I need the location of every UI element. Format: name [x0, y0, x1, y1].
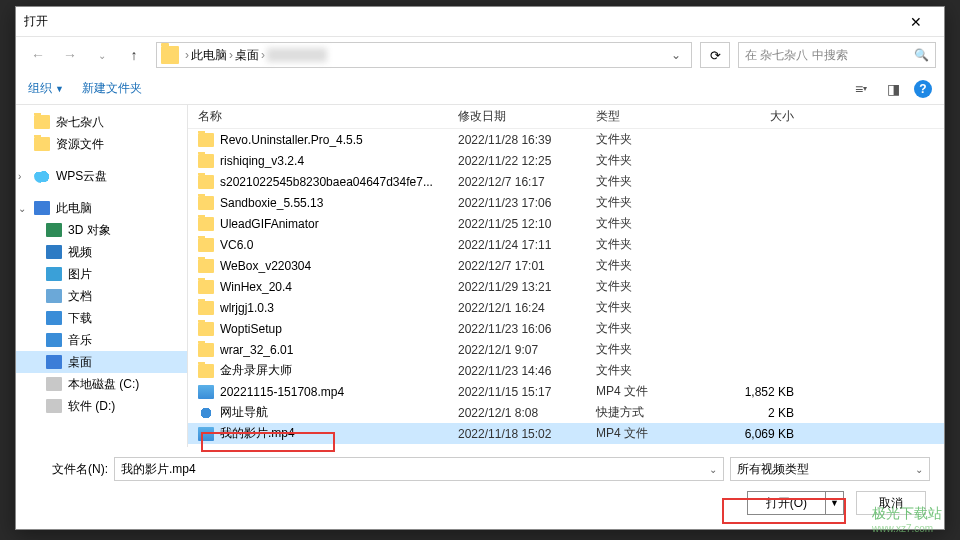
download-icon [46, 311, 62, 325]
file-date: 2022/11/23 17:06 [458, 196, 596, 210]
file-date: 2022/11/23 14:46 [458, 364, 596, 378]
organize-menu[interactable]: 组织▼ [28, 80, 64, 97]
breadcrumb-loc[interactable]: 桌面 [235, 47, 259, 64]
col-size[interactable]: 大小 [714, 108, 814, 125]
file-type: 文件夹 [596, 299, 714, 316]
dialog-body: 杂七杂八资源文件›WPS云盘⌄此电脑3D 对象视频图片文档下载音乐桌面本地磁盘 … [16, 105, 944, 447]
recent-dropdown[interactable]: ⌄ [88, 42, 116, 68]
file-row[interactable]: WoptiSetup2022/11/23 16:06文件夹 [188, 318, 944, 339]
file-row[interactable]: s2021022545b8230baea04647d34fe7...2022/1… [188, 171, 944, 192]
sidebar-item[interactable]: 下载 [16, 307, 187, 329]
back-button[interactable]: ← [24, 42, 52, 68]
sidebar-item[interactable]: 音乐 [16, 329, 187, 351]
disk-icon [46, 399, 62, 413]
chevron-down-icon[interactable]: ⌄ [709, 464, 717, 475]
file-type: 文件夹 [596, 131, 714, 148]
file-date: 2022/12/7 16:17 [458, 175, 596, 189]
sidebar-item[interactable]: 视频 [16, 241, 187, 263]
col-date[interactable]: 修改日期 [458, 108, 596, 125]
sidebar-item[interactable]: 3D 对象 [16, 219, 187, 241]
file-date: 2022/12/1 9:07 [458, 343, 596, 357]
sidebar-item-label: 音乐 [68, 332, 92, 349]
file-row[interactable]: WinHex_20.42022/11/29 13:21文件夹 [188, 276, 944, 297]
sidebar-item[interactable]: 图片 [16, 263, 187, 285]
file-name: WeBox_v220304 [220, 259, 458, 273]
breadcrumb-root[interactable]: 此电脑 [191, 47, 227, 64]
file-name: 20221115-151708.mp4 [220, 385, 458, 399]
file-date: 2022/11/29 13:21 [458, 280, 596, 294]
search-input[interactable]: 在 杂七杂八 中搜索 🔍 [738, 42, 936, 68]
col-name[interactable]: 名称 [198, 108, 458, 125]
file-type: MP4 文件 [596, 425, 714, 442]
expand-icon[interactable]: ⌄ [18, 203, 26, 214]
file-type: 文件夹 [596, 173, 714, 190]
sidebar-item[interactable]: 资源文件 [16, 133, 187, 155]
filetype-dropdown[interactable]: 所有视频类型 ⌄ [730, 457, 930, 481]
filename-label: 文件名(N): [30, 461, 108, 478]
file-name: UleadGIFAnimator [220, 217, 458, 231]
chevron-right-icon: › [185, 48, 189, 62]
sidebar-item[interactable]: 桌面 [16, 351, 187, 373]
preview-pane-button[interactable]: ◨ [882, 80, 904, 98]
sidebar-item[interactable]: 杂七杂八 [16, 111, 187, 133]
pc-icon [34, 201, 50, 215]
file-date: 2022/12/1 8:08 [458, 406, 596, 420]
search-placeholder: 在 杂七杂八 中搜索 [745, 47, 848, 64]
sidebar-item-label: 3D 对象 [68, 222, 111, 239]
open-split-dropdown[interactable]: ▼ [826, 491, 844, 515]
file-date: 2022/12/7 17:01 [458, 259, 596, 273]
sidebar-item-label: 杂七杂八 [56, 114, 104, 131]
file-row[interactable]: 我的影片.mp42022/11/18 15:02MP4 文件6,069 KB [188, 423, 944, 444]
help-button[interactable]: ? [914, 80, 932, 98]
file-name: 网址导航 [220, 404, 458, 421]
file-row[interactable]: Sandboxie_5.55.132022/11/23 17:06文件夹 [188, 192, 944, 213]
folder-icon [198, 364, 214, 378]
file-row[interactable]: wrar_32_6.012022/12/1 9:07文件夹 [188, 339, 944, 360]
cancel-button[interactable]: 取消 [856, 491, 926, 515]
filename-input[interactable]: 我的影片.mp4 ⌄ [114, 457, 724, 481]
sidebar-item-label: WPS云盘 [56, 168, 107, 185]
sidebar-item-label: 此电脑 [56, 200, 92, 217]
col-type[interactable]: 类型 [596, 108, 714, 125]
folder-icon [198, 196, 214, 210]
breadcrumb-blurred [267, 48, 327, 62]
file-row[interactable]: rishiqing_v3.2.42022/11/22 12:25文件夹 [188, 150, 944, 171]
folder-icon [198, 238, 214, 252]
view-options-button[interactable]: ≡▾ [850, 80, 872, 98]
chevron-right-icon: › [229, 48, 233, 62]
file-row[interactable]: Revo.Uninstaller.Pro_4.5.52022/11/28 16:… [188, 129, 944, 150]
file-row[interactable]: wlrjgj1.0.32022/12/1 16:24文件夹 [188, 297, 944, 318]
close-button[interactable]: ✕ [896, 8, 936, 36]
breadcrumb[interactable]: › 此电脑 › 桌面 › ⌄ [156, 42, 692, 68]
open-button[interactable]: 打开(O) ▼ [747, 491, 844, 515]
file-row[interactable]: 20221115-151708.mp42022/11/15 15:17MP4 文… [188, 381, 944, 402]
disk-icon [46, 377, 62, 391]
sidebar-item[interactable]: 文档 [16, 285, 187, 307]
file-type: 文件夹 [596, 278, 714, 295]
file-row[interactable]: UleadGIFAnimator2022/11/25 12:10文件夹 [188, 213, 944, 234]
new-folder-button[interactable]: 新建文件夹 [82, 80, 142, 97]
breadcrumb-dropdown-icon[interactable]: ⌄ [665, 48, 687, 62]
file-row[interactable]: VC6.02022/11/24 17:11文件夹 [188, 234, 944, 255]
file-name: 金舟录屏大师 [220, 362, 458, 379]
3d-icon [46, 223, 62, 237]
folder-icon [198, 154, 214, 168]
sidebar-item[interactable]: 本地磁盘 (C:) [16, 373, 187, 395]
file-name: WinHex_20.4 [220, 280, 458, 294]
file-size: 2 KB [714, 406, 814, 420]
file-row[interactable]: 网址导航2022/12/1 8:08快捷方式2 KB [188, 402, 944, 423]
file-row[interactable]: WeBox_v2203042022/12/7 17:01文件夹 [188, 255, 944, 276]
sidebar-item[interactable]: 软件 (D:) [16, 395, 187, 417]
sidebar-item[interactable]: ›WPS云盘 [16, 165, 187, 187]
file-date: 2022/11/25 12:10 [458, 217, 596, 231]
file-type: 文件夹 [596, 362, 714, 379]
expand-icon[interactable]: › [18, 171, 21, 182]
file-row[interactable]: 金舟录屏大师2022/11/23 14:46文件夹 [188, 360, 944, 381]
sidebar-item[interactable]: ⌄此电脑 [16, 197, 187, 219]
up-button[interactable]: ↑ [120, 42, 148, 68]
file-pane: 名称 修改日期 类型 大小 Revo.Uninstaller.Pro_4.5.5… [188, 105, 944, 447]
chevron-right-icon: › [261, 48, 265, 62]
refresh-button[interactable]: ⟳ [700, 42, 730, 68]
file-name: Revo.Uninstaller.Pro_4.5.5 [220, 133, 458, 147]
folder-icon [198, 133, 214, 147]
